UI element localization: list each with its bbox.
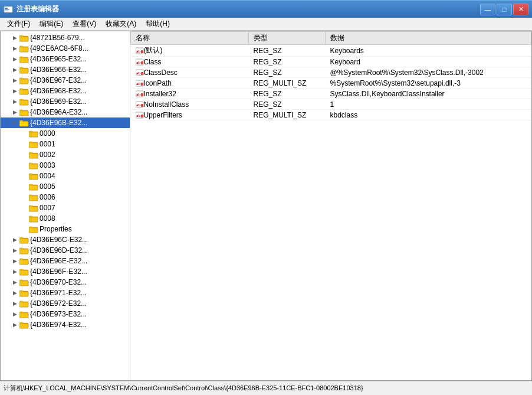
table-row[interactable]: ab Class REG_SZ Keyboard <box>131 57 531 67</box>
svg-rect-99 <box>141 83 143 86</box>
tree-item-node-9-7[interactable]: 0007 <box>1 203 130 213</box>
tree-label: 0005 <box>40 182 55 191</box>
tree-item-node-9[interactable]: ▼ {4D36E96B-E32... <box>1 117 130 128</box>
tree-item-node-15[interactable]: ▶ {4D36E971-E32... <box>1 288 130 298</box>
tree-item-node-7[interactable]: ▶ {4D36E969-E32... <box>1 96 130 107</box>
tree-item-node-9-4[interactable]: 0004 <box>1 171 130 181</box>
cell-type: REG_SZ <box>249 89 326 99</box>
menu-item-menu-view[interactable]: 查看(V) <box>68 18 101 30</box>
tree-item-node-11[interactable]: ▶ {4D36E96D-E32... <box>1 245 130 256</box>
tree-item-node-17[interactable]: ▶ {4D36E973-E32... <box>1 309 130 319</box>
tree-label: {4D36E96A-E32... <box>30 108 87 116</box>
svg-rect-2 <box>5 9 9 10</box>
tree-item-node-18[interactable]: ▶ {4D36E974-E32... <box>1 319 130 330</box>
tree-expand-icon[interactable]: ▶ <box>10 56 19 62</box>
col-header-data[interactable]: 数据 <box>326 32 531 45</box>
entry-name: (默认) <box>144 45 163 56</box>
tree-item-node-1[interactable]: ▶ {48721B56-679... <box>1 32 130 43</box>
tree-item-node-9-3[interactable]: 0003 <box>1 160 130 171</box>
tree-expand-icon[interactable]: ▶ <box>10 290 19 296</box>
menu-item-menu-edit[interactable]: 编辑(E) <box>35 18 68 30</box>
cell-data: kbdclass <box>326 110 531 120</box>
tree-expand-icon[interactable]: ▶ <box>10 45 19 51</box>
tree-item-node-13[interactable]: ▶ {4D36E96F-E32... <box>1 266 130 277</box>
svg-rect-108 <box>141 115 143 117</box>
tree-item-node-8[interactable]: ▶ {4D36E96A-E32... <box>1 107 130 117</box>
table-row[interactable]: ab (默认) REG_SZ Keyboards <box>131 45 531 57</box>
col-header-type[interactable]: 类型 <box>249 32 326 45</box>
tree-panel[interactable]: ▶ {48721B56-679...▶ {49CE6AC8-6F8...▶ {4… <box>1 31 130 380</box>
tree-item-node-9-2[interactable]: 0002 <box>1 149 130 160</box>
tree-item-node-2[interactable]: ▶ {49CE6AC8-6F8... <box>1 43 130 54</box>
folder-icon <box>19 236 29 244</box>
tree-expand-icon[interactable]: ▶ <box>10 109 19 115</box>
tree-item-node-9-p[interactable]: Properties <box>1 224 130 234</box>
menu-item-menu-file[interactable]: 文件(F) <box>2 18 35 30</box>
entry-name: Class <box>144 58 162 66</box>
tree-expand-icon[interactable]: ▶ <box>10 301 19 306</box>
tree-item-node-9-5[interactable]: 0005 <box>1 181 130 192</box>
tree-expand-icon[interactable]: ▶ <box>10 279 19 285</box>
tree-expand-icon[interactable]: ▶ <box>10 88 19 94</box>
folder-icon <box>19 310 29 318</box>
svg-rect-75 <box>19 281 28 286</box>
svg-rect-69 <box>19 260 28 265</box>
svg-rect-48 <box>29 185 38 190</box>
tree-expand-icon[interactable]: ▶ <box>10 67 19 73</box>
tree-item-node-9-0[interactable]: 0000 <box>1 128 130 139</box>
tree-expand-icon[interactable]: ▶ <box>10 322 19 328</box>
close-button[interactable]: ✕ <box>513 4 528 15</box>
folder-icon <box>19 55 29 63</box>
tree-item-node-9-1[interactable]: 0001 <box>1 139 130 149</box>
tree-item-node-3[interactable]: ▶ {4D36E965-E32... <box>1 54 130 64</box>
tree-expand-icon[interactable]: ▶ <box>10 35 19 41</box>
tree-item-node-10[interactable]: ▶ {4D36E96C-E32... <box>1 234 130 245</box>
tree-label: 0007 <box>40 204 55 212</box>
folder-icon <box>19 257 29 265</box>
maximize-button[interactable]: □ <box>497 4 512 15</box>
folder-icon <box>19 66 29 74</box>
table-row[interactable]: ab UpperFilters REG_MULTI_SZ kbdclass <box>131 110 531 120</box>
svg-rect-63 <box>19 239 28 243</box>
table-row[interactable]: ab Installer32 REG_SZ SysClass.Dll,Keybo… <box>131 89 531 99</box>
table-row[interactable]: ab NoInstallClass REG_SZ 1 <box>131 99 531 110</box>
tree-expand-icon[interactable]: ▼ <box>10 120 19 126</box>
tree-item-node-9-8[interactable]: 0008 <box>1 213 130 224</box>
tree-item-node-14[interactable]: ▶ {4D36E970-E32... <box>1 277 130 288</box>
table-row[interactable]: ab IconPath REG_MULTI_SZ %SystemRoot%\Sy… <box>131 78 531 89</box>
tree-item-node-6[interactable]: ▶ {4D36E968-E32... <box>1 86 130 96</box>
col-header-name[interactable]: 名称 <box>131 32 249 45</box>
entry-name: Installer32 <box>144 90 176 98</box>
tree-label: 0001 <box>40 140 55 148</box>
window-controls: — □ ✕ <box>480 4 528 15</box>
tree-expand-icon[interactable]: ▶ <box>10 258 19 264</box>
table-panel[interactable]: 名称 类型 数据 ab (默认) REG_SZ Keyboards <box>130 31 531 380</box>
tree-expand-icon[interactable]: ▶ <box>10 237 19 243</box>
tree-item-node-5[interactable]: ▶ {4D36E967-E32... <box>1 75 130 86</box>
tree-item-node-9-6[interactable]: 0006 <box>1 192 130 203</box>
tree-expand-icon[interactable]: ▶ <box>10 247 19 253</box>
ab-icon: ab <box>136 90 144 97</box>
minimize-button[interactable]: — <box>480 4 495 15</box>
cell-type: REG_MULTI_SZ <box>249 78 326 89</box>
menu-item-menu-help[interactable]: 帮助(H) <box>141 18 175 30</box>
tree-item-node-16[interactable]: ▶ {4D36E972-E32... <box>1 298 130 309</box>
tree-item-node-4[interactable]: ▶ {4D36E966-E32... <box>1 64 130 75</box>
tree-label: {4D36E96D-E32... <box>30 246 88 254</box>
svg-text:ab: ab <box>136 60 141 65</box>
table-row[interactable]: ab ClassDesc REG_SZ @%SystemRoot%\System… <box>131 67 531 78</box>
cell-type: REG_SZ <box>249 67 326 78</box>
menu-item-menu-favorites[interactable]: 收藏夹(A) <box>101 18 141 30</box>
svg-rect-78 <box>19 292 28 296</box>
tree-item-node-12[interactable]: ▶ {4D36E96E-E32... <box>1 256 130 266</box>
folder-icon <box>29 214 38 223</box>
tree-expand-icon[interactable]: ▶ <box>10 99 19 105</box>
entry-name: ClassDesc <box>144 68 178 77</box>
tree-label: 0004 <box>40 172 55 180</box>
main-container: ▶ {48721B56-679...▶ {49CE6AC8-6F8...▶ {4… <box>0 31 532 381</box>
tree-label: {4D36E966-E32... <box>30 66 87 74</box>
tree-expand-icon[interactable]: ▶ <box>10 77 19 83</box>
status-bar: 计算机\HKEY_LOCAL_MACHINE\SYSTEM\CurrentCon… <box>0 381 532 395</box>
tree-expand-icon[interactable]: ▶ <box>10 269 19 275</box>
tree-expand-icon[interactable]: ▶ <box>10 311 19 317</box>
